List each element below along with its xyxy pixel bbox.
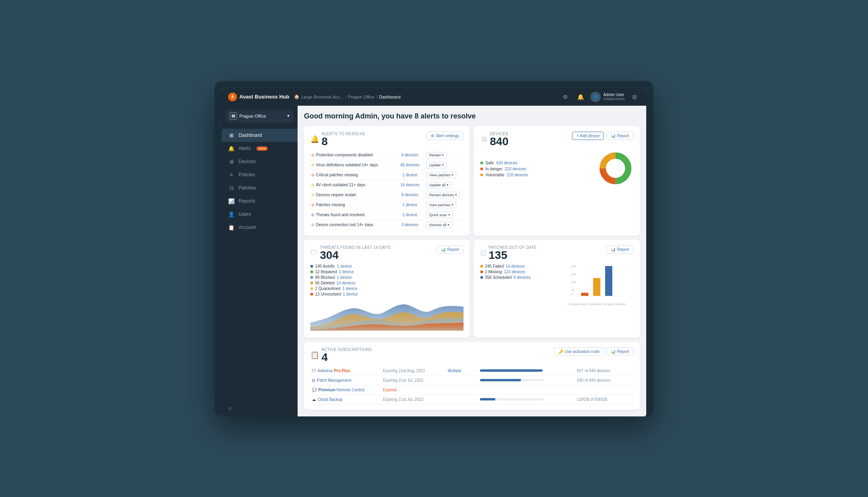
sidebar-item-label: Patches <box>239 185 256 191</box>
alert-count-link[interactable]: 14 devices <box>400 183 420 187</box>
alert-action-button[interactable]: View patches ▾ <box>426 172 456 178</box>
threat-link[interactable]: 1 device <box>337 264 351 268</box>
threat-link[interactable]: 1 device <box>342 286 357 291</box>
subscriptions-report-button[interactable]: 📊 Report <box>606 347 633 356</box>
table-row: ⊘ Protection components disabled 6 devic… <box>310 150 464 160</box>
sub-icon: ☁ <box>312 397 316 402</box>
brand: A Avast Business Hub <box>228 93 289 101</box>
key-icon: 🔑 <box>558 349 563 354</box>
alert-count-link[interactable]: 3 devices <box>401 223 418 227</box>
progress-bar <box>480 379 544 381</box>
sidebar-item-users[interactable]: 👤 Users <box>222 208 298 221</box>
threats-card-count: 304 <box>320 250 391 261</box>
devices-stats: Safe 420 devices In danger 210 devices V… <box>480 161 528 177</box>
threat-line: 2 Quarantined 1 device <box>310 286 464 291</box>
threats-card: 🛡 Threats found in last 14 days 304 📊 Re… <box>304 240 470 338</box>
stat-line: Vulnerable 210 devices <box>480 173 528 177</box>
threat-link[interactable]: 1 device <box>343 292 357 296</box>
sidebar-item-alerts[interactable]: 🔔 Alerts NEW <box>222 142 298 155</box>
table-row: ⊘ Critical patches missing 1 device View… <box>310 170 464 180</box>
sidebar-item-reports[interactable]: 📊 Reports <box>222 195 298 208</box>
sidebar-item-label: Alerts <box>239 146 251 151</box>
sub-name-link[interactable]: Cloud Backup <box>318 397 342 402</box>
subscriptions-card-icon: 📋 <box>310 351 319 359</box>
patches-report-button[interactable]: 📊 Report <box>606 245 633 254</box>
threat-link[interactable]: 14 devices <box>336 281 355 285</box>
alerts-badge: NEW <box>256 146 268 151</box>
svg-text:Jun 6: Jun 6 <box>364 328 370 331</box>
alert-count-link[interactable]: 45 devices <box>400 163 420 167</box>
alert-action-button[interactable]: Update ▾ <box>426 162 447 168</box>
table-row: ⊡ Patch Management Expiring 21st Jul, 20… <box>310 375 633 385</box>
sidebar-item-account[interactable]: 📋 Account <box>222 221 298 234</box>
use-activation-code-button[interactable]: 🔑 Use activation code <box>554 347 604 356</box>
svg-text:Jun 3: Jun 3 <box>332 328 338 331</box>
table-row: 🛡 Antivirus Pro Plus Expiring 21st Aug, … <box>310 366 633 376</box>
sidebar-item-policies[interactable]: ≡ Policies <box>222 168 298 181</box>
alert-count-link[interactable]: 1 device <box>402 173 417 177</box>
user-info: 👤 Admin User Global Admin <box>590 92 625 102</box>
alert-count-link[interactable]: 6 devices <box>401 153 418 157</box>
patch-link[interactable]: 6 devices <box>514 275 531 280</box>
breadcrumb-office[interactable]: Prague Office <box>348 95 375 99</box>
sub-icon: 🛡 <box>312 369 316 373</box>
brand-name: Avast Business Hub <box>239 94 289 100</box>
threat-link[interactable]: 1 device <box>339 270 353 274</box>
alert-action-button[interactable]: Dismiss all ▾ <box>426 222 452 228</box>
collapse-button[interactable]: « <box>222 400 298 416</box>
alert-name: ⊘ AV client outdated 21+ days <box>311 183 394 187</box>
svg-text:Jun 4: Jun 4 <box>343 328 349 331</box>
alert-count-link[interactable]: 1 device <box>402 203 417 207</box>
sidebar-item-devices[interactable]: 🖥 Devices <box>222 155 298 168</box>
alert-action-button[interactable]: Restart devices ▾ <box>426 192 460 198</box>
sub-icon: ⊡ <box>312 378 315 383</box>
alert-count-link[interactable]: 6 devices <box>401 193 418 197</box>
patch-link[interactable]: 14 devices <box>506 264 525 268</box>
table-row: 💬 Premium Remote Control Expired <box>310 385 633 394</box>
grid-icon[interactable]: ⊞ <box>629 92 640 102</box>
devices-report-button[interactable]: 📊 Report <box>606 132 633 140</box>
sub-name-label: Patch Management <box>317 378 351 383</box>
sub-usage: 540 of 840 devices <box>577 378 610 383</box>
stat-link[interactable]: 420 devices <box>496 161 517 165</box>
breadcrumb-root[interactable]: Large Business Acc... <box>301 95 343 99</box>
add-device-button[interactable]: + Add device <box>572 132 604 140</box>
svg-text:Jun 8: Jun 8 <box>386 328 392 331</box>
sub-name-link[interactable]: Premium Remote Control <box>318 388 365 392</box>
alert-name: ⊘ Protection components disabled <box>311 153 394 157</box>
sidebar: 🏢 Prague Office ▾ ⊞ Dashboard 🔔 Alerts N… <box>222 106 298 416</box>
table-row: ⊘ Virus definitions outdated 14+ days 45… <box>310 160 464 170</box>
user-name: Admin User <box>603 93 624 97</box>
threats-card-icon: 🛡 <box>310 249 318 257</box>
settings-icon[interactable]: ⚙ <box>560 92 570 102</box>
page-title: Good morning Admin, you have 8 alerts to… <box>304 112 640 120</box>
stat-link[interactable]: 210 devices <box>507 173 528 177</box>
notification-icon[interactable]: 🔔 <box>575 92 586 102</box>
sub-name-label: Premium Remote Control <box>318 388 365 392</box>
alert-count-link[interactable]: 1 device <box>402 213 417 217</box>
sub-expiry: Expired <box>383 388 397 392</box>
org-selector[interactable]: 🏢 Prague Office ▾ <box>226 110 294 122</box>
sub-name-link[interactable]: Patch Management <box>317 378 351 383</box>
patch-link[interactable]: 123 devices <box>504 270 525 274</box>
alert-action-button[interactable]: View patches ▾ <box>426 202 456 208</box>
alert-action-button[interactable]: Quick scan ▾ <box>426 212 453 218</box>
sub-expiry: Expiring 21st Jul, 2022 <box>383 378 423 383</box>
stat-link[interactable]: 210 devices <box>505 167 526 171</box>
table-row: ☁ Cloud Backup Expiring 21st Jul, 2022 1… <box>310 394 633 404</box>
sidebar-item-patches[interactable]: ⊡ Patches <box>222 181 298 195</box>
alert-settings-button[interactable]: ⚙ Alert settings <box>426 132 464 140</box>
threat-link[interactable]: 1 device <box>337 275 351 280</box>
threat-line: 12 Repaired 1 device <box>310 270 464 274</box>
sub-multi: Multiple <box>448 369 461 373</box>
threat-dot <box>310 287 313 290</box>
app-body: 🏢 Prague Office ▾ ⊞ Dashboard 🔔 Alerts N… <box>222 106 646 416</box>
screen: A Avast Business Hub 🏠 Large Business Ac… <box>222 88 646 416</box>
subscription-name: ⊡ Patch Management <box>312 378 380 383</box>
alert-action-button[interactable]: Restart ▾ <box>426 152 447 158</box>
patch-line: 356 Scheduled 6 devices <box>480 275 553 280</box>
threats-report-button[interactable]: 📊 Report <box>436 245 464 254</box>
sidebar-item-dashboard[interactable]: ⊞ Dashboard <box>222 129 298 142</box>
alert-action-button[interactable]: Update all ▾ <box>426 182 452 188</box>
sub-name-link[interactable]: Antivirus Pro Plus <box>318 369 350 373</box>
